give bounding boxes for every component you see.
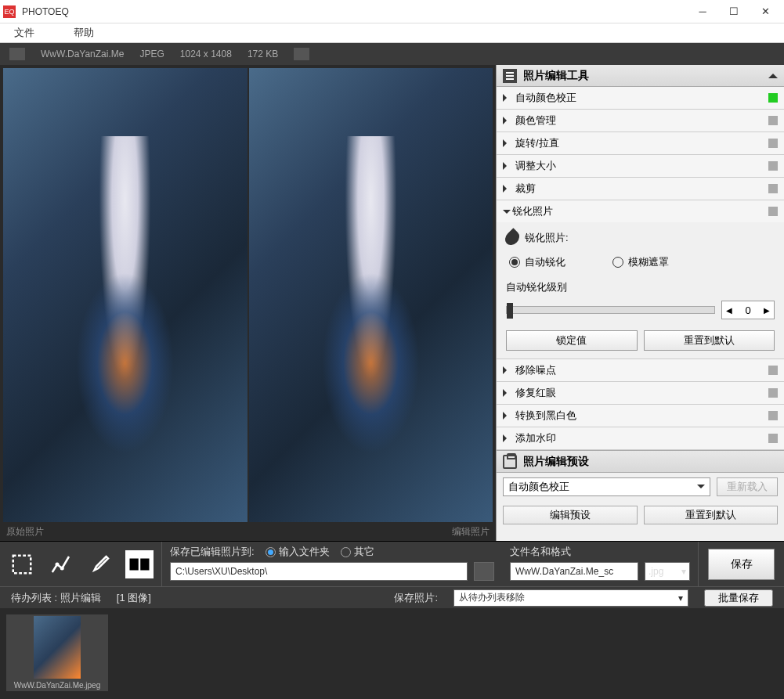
- eyedropper-tool-icon[interactable]: [86, 550, 114, 578]
- lock-button[interactable]: 锁定值: [506, 330, 638, 351]
- status-indicator: [768, 184, 778, 193]
- thumbnail-name: WwW.DaYanZai.Me.jpeg: [14, 681, 100, 690]
- preset-icon: [503, 455, 517, 469]
- status-indicator: [768, 366, 778, 375]
- sharpen-title: 锐化照片:: [525, 231, 569, 245]
- save-button[interactable]: 保存: [708, 549, 775, 580]
- maximize-button[interactable]: ☐: [718, 0, 750, 23]
- spinner-up[interactable]: ▶: [760, 301, 774, 319]
- radio-input-folder[interactable]: 输入文件夹: [266, 545, 330, 559]
- preset-select[interactable]: 自动颜色校正: [503, 477, 710, 496]
- info-filename: WwW.DaYanZai.Me: [41, 49, 124, 59]
- info-size: 172 KB: [247, 49, 278, 59]
- acc-sharpen[interactable]: 锐化照片: [497, 200, 784, 222]
- window-title: PHOTOEQ: [22, 6, 687, 17]
- filename-label: 文件名和格式: [510, 545, 690, 559]
- acc-auto-color[interactable]: 自动颜色校正: [497, 87, 784, 109]
- image-icon: [9, 48, 25, 60]
- acc-denoise[interactable]: 移除噪点: [497, 359, 784, 381]
- edited-label: 编辑照片: [248, 525, 490, 541]
- original-label: 原始照片: [6, 525, 248, 541]
- thumbnail-item[interactable]: WwW.DaYanZai.Me.jpeg: [6, 614, 108, 691]
- level-label: 自动锐化级别: [506, 280, 775, 294]
- status-indicator: [768, 93, 778, 103]
- svg-rect-3: [130, 558, 139, 570]
- camera-icon: [294, 48, 309, 60]
- acc-crop[interactable]: 裁剪: [497, 178, 784, 200]
- crop-tool-icon[interactable]: [8, 550, 36, 578]
- radio-unsharp-mask[interactable]: 模糊遮罩: [612, 255, 669, 269]
- droplet-icon: [502, 228, 522, 247]
- compare-tool-icon[interactable]: [125, 550, 154, 578]
- batch-save-button[interactable]: 批量保存: [704, 589, 773, 607]
- filename-input[interactable]: WwW.DaYanZai.Me_sc: [510, 562, 638, 581]
- svg-rect-4: [140, 558, 149, 570]
- svg-point-1: [56, 563, 59, 565]
- acc-color-mgmt[interactable]: 颜色管理: [497, 110, 784, 132]
- queue-action-select[interactable]: 从待办列表移除▾: [453, 589, 688, 607]
- status-indicator: [768, 411, 778, 420]
- thumbnail-image: [34, 616, 81, 679]
- svg-rect-0: [13, 555, 31, 573]
- sharpen-slider[interactable]: [506, 306, 715, 314]
- save-to-label: 保存已编辑照片到:: [170, 545, 255, 559]
- minimize-button[interactable]: ─: [687, 0, 718, 23]
- chevron-down-icon: [697, 485, 705, 492]
- acc-watermark[interactable]: 添加水印: [497, 427, 784, 449]
- queue-label: 待办列表 : 照片编辑: [11, 591, 101, 605]
- edit-preset-button[interactable]: 编辑预设: [503, 506, 638, 524]
- sharpen-spinner[interactable]: ◀ 0 ▶: [721, 301, 775, 319]
- status-indicator: [768, 434, 778, 443]
- queue-save-label: 保存照片:: [394, 591, 438, 605]
- edited-image[interactable]: [249, 68, 493, 522]
- collapse-icon[interactable]: [768, 69, 778, 78]
- curves-tool-icon[interactable]: [47, 550, 75, 578]
- status-indicator: [768, 139, 778, 148]
- svg-point-2: [61, 567, 63, 569]
- radio-other[interactable]: 其它: [341, 545, 374, 559]
- status-indicator: [768, 116, 778, 125]
- close-button[interactable]: ✕: [750, 0, 781, 23]
- acc-redeye[interactable]: 修复红眼: [497, 382, 784, 404]
- spinner-down[interactable]: ◀: [722, 301, 736, 319]
- original-image[interactable]: [3, 68, 247, 522]
- settings-icon: [503, 69, 517, 83]
- reset-preset-button[interactable]: 重置到默认: [644, 506, 779, 524]
- browse-button[interactable]: [474, 562, 494, 581]
- acc-blackwhite[interactable]: 转换到黑白色: [497, 405, 784, 427]
- app-logo: EQ: [3, 5, 16, 18]
- reset-button[interactable]: 重置到默认: [644, 330, 775, 351]
- queue-count: [1 图像]: [117, 591, 151, 605]
- path-input[interactable]: C:\Users\XU\Desktop\: [170, 562, 468, 581]
- radio-auto-sharpen[interactable]: 自动锐化: [509, 255, 565, 269]
- info-format: JPEG: [139, 49, 164, 59]
- info-dimensions: 1024 x 1408: [180, 49, 232, 59]
- spinner-value: 0: [736, 304, 760, 316]
- menu-file[interactable]: 文件: [6, 26, 42, 40]
- panel-title: 照片编辑工具: [523, 69, 768, 83]
- reload-button[interactable]: 重新载入: [717, 477, 778, 496]
- acc-rotate[interactable]: 旋转/拉直: [497, 132, 784, 154]
- status-indicator: [768, 207, 778, 216]
- menu-help[interactable]: 帮助: [66, 26, 102, 40]
- preview-area: 原始照片 编辑照片: [0, 65, 496, 541]
- status-indicator: [768, 388, 778, 398]
- preset-title: 照片编辑预设: [523, 455, 778, 469]
- status-indicator: [768, 161, 778, 171]
- format-select[interactable]: .jpg▾: [645, 562, 690, 581]
- acc-resize[interactable]: 调整大小: [497, 155, 784, 177]
